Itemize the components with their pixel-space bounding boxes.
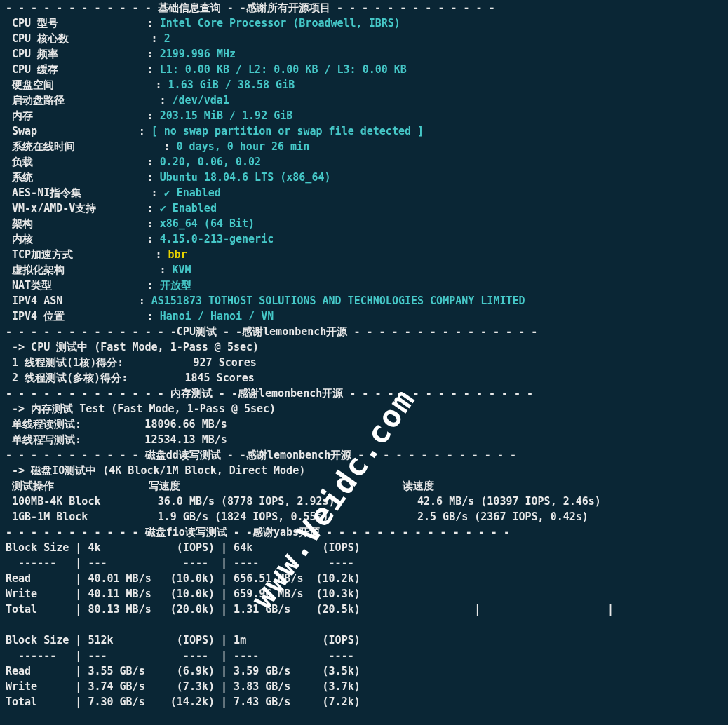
- terminal-output: - - - - - - - - - - - - 基础信息查询 - -感谢所有开源…: [0, 0, 728, 710]
